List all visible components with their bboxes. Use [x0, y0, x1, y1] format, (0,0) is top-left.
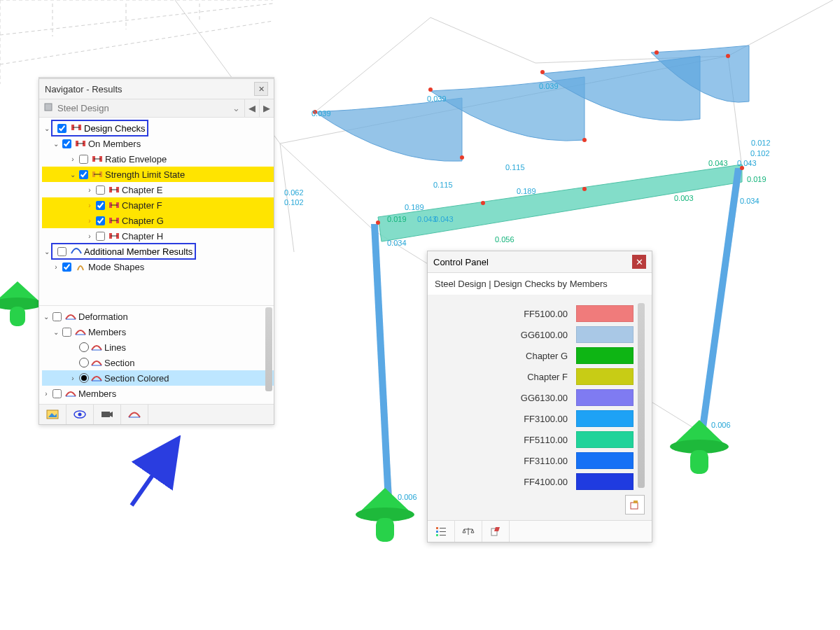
- tree-label[interactable]: Members: [88, 327, 126, 337]
- dropdown-label: Steel Design: [57, 103, 109, 113]
- deformation-icon: [91, 373, 102, 383]
- result-value-label: 0.062: [284, 188, 304, 197]
- strength-limit-checkbox[interactable]: [79, 170, 88, 179]
- steel-icon: [43, 102, 53, 114]
- tree-label[interactable]: Members: [78, 388, 116, 399]
- results-view-button[interactable]: [121, 405, 148, 424]
- result-value-label: 0.034: [387, 239, 407, 247]
- legend-settings-button[interactable]: [625, 495, 645, 514]
- tree-label[interactable]: Lines: [104, 342, 126, 353]
- section-radio[interactable]: [79, 358, 89, 368]
- caret-icon[interactable]: ⌄: [42, 248, 52, 255]
- tree-label[interactable]: Strength Limit State: [105, 169, 185, 180]
- legend-row: FF4100.00: [435, 471, 634, 492]
- caret-icon[interactable]: ⌄: [52, 328, 60, 336]
- result-value-label: 0.019: [747, 175, 766, 183]
- deformation-checkbox[interactable]: [52, 312, 62, 321]
- control-panel-titlebar[interactable]: Control Panel ✕: [428, 251, 652, 273]
- tree-label[interactable]: Chapter H: [122, 231, 163, 241]
- result-value-label: 0.039: [539, 82, 559, 90]
- result-value-label: 0.043: [737, 159, 757, 167]
- svg-rect-21: [10, 307, 25, 326]
- additional-results-checkbox[interactable]: [57, 247, 66, 256]
- color-legend: FF5100.00GG6100.00Chapter GChapter FGG61…: [435, 303, 634, 492]
- section-colored-radio[interactable]: [79, 373, 89, 383]
- caret-icon[interactable]: ›: [69, 374, 77, 382]
- tree-label[interactable]: Ratio Envelope: [105, 154, 167, 164]
- lines-radio[interactable]: [79, 342, 89, 352]
- deformation-icon: [65, 312, 76, 321]
- close-icon[interactable]: ✕: [254, 82, 268, 96]
- close-icon[interactable]: ✕: [632, 255, 646, 269]
- result-value-label: 0.043: [434, 215, 454, 223]
- legend-label: FF5110.00: [491, 435, 568, 445]
- design-checks-checkbox[interactable]: [57, 124, 66, 133]
- tree-label[interactable]: Chapter E: [122, 185, 163, 195]
- eye-button[interactable]: [66, 405, 94, 424]
- result-value-label: 0.189: [405, 203, 424, 211]
- navigator-toolbar: [39, 404, 274, 424]
- chapter-h-checkbox[interactable]: [96, 232, 105, 241]
- tree-label[interactable]: On Members: [88, 139, 141, 149]
- nav-next-button[interactable]: ▶: [259, 99, 274, 117]
- caret-icon[interactable]: ⌄: [42, 125, 52, 132]
- mode-shapes-checkbox[interactable]: [62, 262, 71, 272]
- tree-label[interactable]: Section: [104, 358, 134, 368]
- navigator-title: Navigator - Results: [45, 84, 122, 94]
- legend-row: FF3100.00: [435, 408, 634, 429]
- caret-icon[interactable]: ›: [85, 217, 94, 225]
- mode-shape-icon: [75, 262, 86, 272]
- deformation-icon: [75, 327, 86, 337]
- picture-button[interactable]: [39, 405, 66, 424]
- ratio-envelope-checkbox[interactable]: [79, 155, 88, 164]
- svg-point-1: [428, 88, 433, 92]
- member-icon: [108, 231, 120, 241]
- result-value-label: 0.006: [711, 421, 731, 429]
- scrollbar[interactable]: [638, 303, 645, 488]
- members-checkbox[interactable]: [62, 328, 71, 337]
- design-type-dropdown[interactable]: Steel Design ⌄: [39, 99, 244, 117]
- control-panel-subtitle: Steel Design | Design Checks by Members: [428, 273, 652, 295]
- tree-label[interactable]: Mode Shapes: [88, 262, 144, 272]
- navigator-panel: Navigator - Results ✕ Steel Design ⌄ ◀ ▶…: [38, 77, 274, 425]
- tree-label[interactable]: Additional Member Results: [84, 246, 192, 257]
- on-members-checkbox[interactable]: [62, 139, 71, 148]
- tree-label[interactable]: Design Checks: [84, 123, 145, 134]
- legend-row: FF5110.00: [435, 429, 634, 450]
- caret-icon[interactable]: ⌄: [69, 171, 77, 178]
- scrollbar[interactable]: [265, 307, 272, 391]
- svg-rect-18: [690, 450, 708, 474]
- results-tree: ⌄ Design Checks ⌄ On Members › Ratio Env…: [39, 118, 274, 305]
- navigator-titlebar[interactable]: Navigator - Results ✕: [39, 79, 274, 99]
- members2-checkbox[interactable]: [52, 389, 62, 398]
- tree-label[interactable]: Deformation: [78, 312, 128, 322]
- legend-swatch: [576, 431, 634, 448]
- caret-icon[interactable]: ⌄: [52, 140, 60, 148]
- legend-list-button[interactable]: [428, 521, 455, 542]
- legend-row: GG6100.00: [435, 324, 634, 345]
- caret-icon[interactable]: ›: [42, 390, 50, 398]
- caret-icon[interactable]: ›: [85, 202, 94, 209]
- tree-label[interactable]: Chapter F: [122, 200, 162, 211]
- nav-prev-button[interactable]: ◀: [244, 99, 259, 117]
- camera-button[interactable]: [94, 405, 121, 424]
- legend-label: FF3110.00: [491, 456, 568, 466]
- caret-icon[interactable]: ›: [85, 186, 94, 194]
- svg-rect-22: [45, 104, 52, 111]
- tree-label[interactable]: Chapter G: [122, 216, 164, 226]
- caret-icon[interactable]: ›: [52, 263, 60, 271]
- chapter-g-checkbox[interactable]: [96, 216, 105, 225]
- tree-label[interactable]: Section Colored: [104, 373, 169, 384]
- caret-icon[interactable]: ›: [85, 232, 94, 240]
- balance-button[interactable]: [455, 521, 482, 542]
- chapter-e-checkbox[interactable]: [96, 186, 105, 195]
- legend-swatch: [576, 326, 634, 343]
- legend-row: FF3110.00: [435, 450, 634, 471]
- member-icon: [92, 154, 103, 164]
- caret-icon[interactable]: ›: [69, 155, 77, 163]
- result-value-label: 0.102: [284, 198, 304, 206]
- caret-icon[interactable]: ⌄: [42, 313, 50, 321]
- edit-button[interactable]: [482, 521, 510, 542]
- svg-marker-73: [494, 527, 500, 531]
- chapter-f-checkbox[interactable]: [96, 201, 105, 210]
